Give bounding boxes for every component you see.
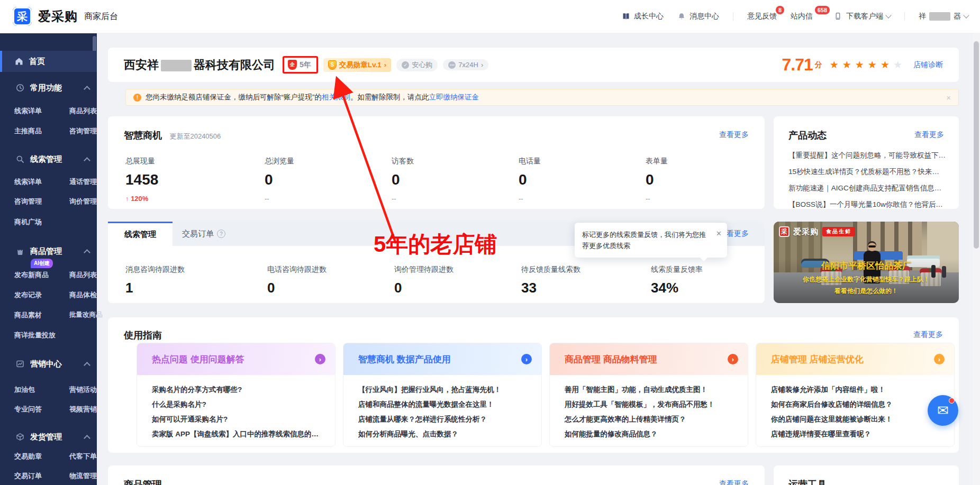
guide-card-product-material: 商品管理 商品物料管理 › 善用「智能主图」功能，自动生成优质主图！ 用好提效工… (549, 343, 748, 447)
guide-item[interactable]: 善用「智能主图」功能，自动生成优质主图！ (565, 382, 734, 397)
guide-item[interactable]: 如何能批量的修改商品信息？ (565, 427, 734, 442)
close-icon[interactable]: × (946, 93, 951, 102)
sidebar-item[interactable]: 发布新商品 (14, 270, 49, 280)
news-item[interactable]: 【重要提醒】这个问题别忽略，可能导致权益下线！ (788, 147, 946, 163)
guide-item[interactable]: 什么是采购名片? (152, 397, 321, 412)
arrow-right-circle-icon[interactable]: › (934, 354, 945, 364)
sidebar-item[interactable]: 交易订单 (14, 471, 42, 481)
guide-card-header[interactable]: 热点问题 使用问题解答 › (137, 343, 335, 375)
guide-item[interactable]: 店铺违规详情要在哪里查看呢？ (771, 427, 940, 442)
arrow-right-circle-icon[interactable]: › (521, 354, 532, 364)
nav-download-client[interactable]: 下载客户端 (834, 12, 891, 21)
chevron-up-icon (84, 362, 90, 369)
sidebar-item[interactable]: 线索详单 (14, 177, 42, 187)
sidebar-item-home[interactable]: 首页 (0, 51, 97, 72)
nav-feedback[interactable]: 意见反馈 8 (747, 12, 777, 21)
sidebar-item[interactable]: 主推商品 (14, 126, 42, 136)
nav-message-center[interactable]: 消息中心 (677, 12, 719, 21)
trade-medal-badge[interactable]: S 交易勋章Lv.1 › (323, 58, 392, 72)
nav-growth-center[interactable]: 成长中心 (622, 12, 664, 21)
sidebar-item[interactable]: 商品列表 (69, 106, 97, 116)
guide-card-header[interactable]: 店铺管理 店铺运营优化 › (756, 343, 954, 375)
news-item[interactable]: 新功能速递｜AIGC创建商品支持配置销售信息、安… (788, 180, 946, 196)
guide-item[interactable]: 店铺流量从哪来？怎样进行系统性分析？ (358, 412, 528, 427)
guide-item[interactable]: 卖家版 APP【询盘线索】入口中的推荐线索信息的来源… (152, 427, 321, 442)
star-icon: ★ (868, 59, 877, 71)
arrow-right-circle-icon[interactable]: › (728, 354, 738, 364)
guide-card-header[interactable]: 智慧商机 数据产品使用 › (343, 343, 541, 375)
stat-label: 询价管理待跟进数 (394, 265, 453, 274)
sidebar-item[interactable]: 通话管理 (69, 177, 97, 187)
store-name-suffix: 器科技有限公司 (194, 58, 275, 71)
banner-restriction-link[interactable]: 相关限制 (322, 93, 350, 102)
logo-glyph: 采 (781, 227, 787, 236)
news-item[interactable]: 【BOSS说】一个月曝光量10w你敢信？他背后的帮… (788, 196, 946, 213)
arrow-right-circle-icon[interactable]: › (315, 354, 325, 364)
sidebar-item[interactable]: 批量改商品 (69, 310, 103, 319)
tab-orders[interactable]: 交易订单 ? (182, 222, 225, 246)
nav-label: 成长中心 (634, 12, 664, 21)
sidebar-item[interactable]: 加油包 (14, 385, 35, 395)
stat-value: 1 (125, 280, 185, 296)
guide-more-link[interactable]: 查看更多 (913, 330, 943, 340)
sidebar-item[interactable]: 商机广场 (14, 217, 42, 227)
sidebar-item[interactable]: 发布记录 (14, 290, 42, 300)
sidebar-section-products[interactable]: 商品管理 (0, 243, 97, 260)
sidebar-item[interactable]: 咨询管理 (69, 126, 97, 136)
sidebar-item[interactable]: 商品列表 (69, 270, 97, 280)
sidebar-item[interactable]: 商品素材 (14, 310, 42, 320)
sidebar-section-marketing[interactable]: 营销中心 (0, 355, 97, 372)
close-icon[interactable]: ✕ (716, 228, 722, 239)
guide-card-header[interactable]: 商品管理 商品物料管理 › (550, 343, 748, 375)
guide-list: 采购名片的分享方式有哪些? 什么是采购名片? 如何可以开通采购名片? 卖家版 A… (137, 375, 335, 442)
sidebar-item[interactable]: 专业问答 (14, 405, 42, 414)
arrow-glyph: › (732, 356, 734, 363)
banner-pay-deposit-link[interactable]: 立即缴纳保证金 (429, 93, 479, 102)
service-hours-badge[interactable]: ⋯ 7x24H › (443, 59, 488, 70)
guide-item[interactable]: 采购名片的分享方式有哪些? (152, 382, 321, 397)
video-logo-row: 采 爱采购 食品生鲜 (779, 226, 855, 237)
sidebar-item[interactable]: 商详批量投放 (14, 331, 56, 340)
customer-service-button[interactable]: ✉ (928, 395, 958, 426)
tab-leads[interactable]: 线索管理 (108, 222, 173, 246)
smart-more-link[interactable]: 查看更多 (719, 130, 749, 140)
nav-site-mail[interactable]: 站内信 658 (791, 12, 813, 21)
guide-item[interactable]: 如何分析商品曝光、点击数据？ (358, 427, 528, 442)
guide-item[interactable]: 店铺和商品整体的流量曝光数据全在这里！ (358, 397, 528, 412)
guide-item[interactable]: 如何在商家后台修改店铺的详细信息？ (771, 397, 940, 412)
check-icon: ✓ (402, 61, 409, 69)
sidebar-item[interactable]: 视频营销 (69, 405, 97, 414)
promo-video-thumbnail[interactable]: 采 爱采购 食品生鲜 信阳市平桥区怡品茶厂 你也想搭上企业数字化营销型快车？跟上… (774, 222, 959, 303)
sidebar-section-shipping[interactable]: 发货管理 (0, 428, 97, 445)
sidebar-item[interactable]: 询价管理 (69, 197, 97, 206)
guide-item[interactable]: 怎么才能更高效率的上传精美详情页？ (565, 412, 734, 427)
scrollbar-thumb[interactable] (974, 41, 979, 249)
sidebar-item[interactable]: 代客下单 (69, 452, 97, 461)
stat-value: 0 (394, 280, 453, 296)
guide-item[interactable]: 你的店铺问题在这里就能被诊断出来！ (771, 412, 940, 427)
redacted-text (929, 12, 950, 21)
guide-item[interactable]: 用好提效工具「智能模板」，发布商品不用愁！ (565, 397, 734, 412)
sidebar-item[interactable]: 商品体检 (69, 290, 97, 300)
search-icon (16, 155, 25, 164)
sidebar-section-common[interactable]: 常用功能 (0, 79, 97, 96)
dots-glyph: ⋯ (450, 62, 455, 68)
news-more-link[interactable]: 查看更多 (914, 130, 944, 140)
sidebar-item[interactable]: 线索详单 (14, 106, 42, 116)
stat-label: 待反馈质量线索数 (521, 265, 580, 274)
store-diagnose-link[interactable]: 店铺诊断 (913, 60, 943, 70)
guide-item[interactable]: 【行业风向】把握行业风向，抢占蓝海先机！ (358, 382, 528, 397)
goods-more-link[interactable]: 查看更多 (719, 479, 749, 485)
sidebar-item[interactable]: 物流管理 (69, 471, 97, 481)
guide-item[interactable]: 如何可以开通采购名片? (152, 412, 321, 427)
sidebar-item[interactable]: 营销活动 (69, 385, 97, 395)
news-item[interactable]: 15秒快速生成详情页？优质标题不用愁？快来看看AI… (788, 163, 946, 180)
secure-label: 安心购 (412, 60, 432, 70)
app-logo-icon[interactable]: 采 (13, 7, 32, 26)
user-menu[interactable]: 祥 器 (919, 12, 968, 21)
sidebar-item[interactable]: 咨询管理 (14, 197, 42, 206)
sidebar-section-leads[interactable]: 线索管理 (0, 151, 97, 168)
guide-item[interactable]: 店铺装修允许添加「内容组件」啦！ (771, 382, 940, 397)
sidebar-item[interactable]: 交易勋章 (14, 452, 42, 461)
stat-label: 表单量 (646, 157, 668, 166)
